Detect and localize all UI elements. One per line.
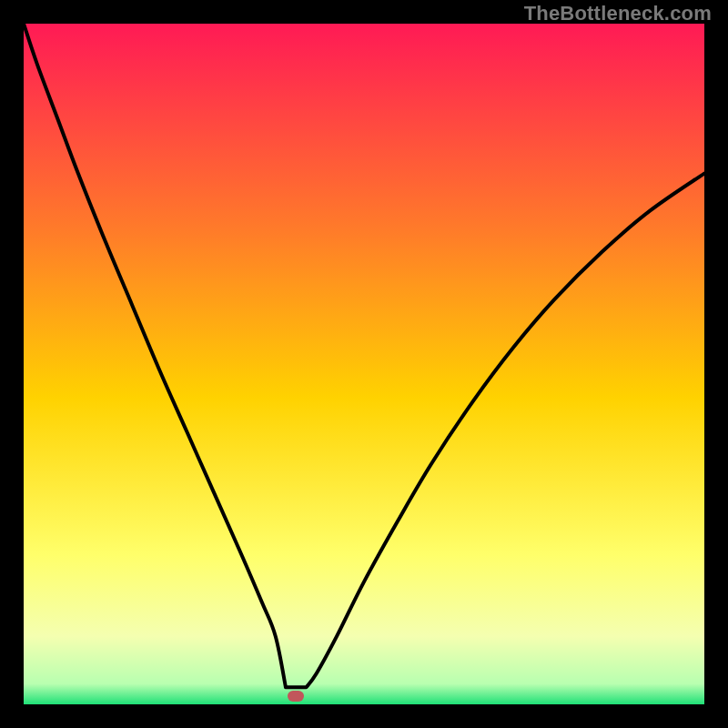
plot-area — [24, 24, 704, 704]
chart-root: TheBottleneck.com — [0, 0, 728, 728]
plot-frame — [24, 24, 704, 704]
curve-layer — [24, 24, 704, 704]
watermark-text: TheBottleneck.com — [524, 2, 712, 25]
optimum-marker — [288, 691, 304, 702]
bottleneck-curve — [24, 24, 704, 687]
